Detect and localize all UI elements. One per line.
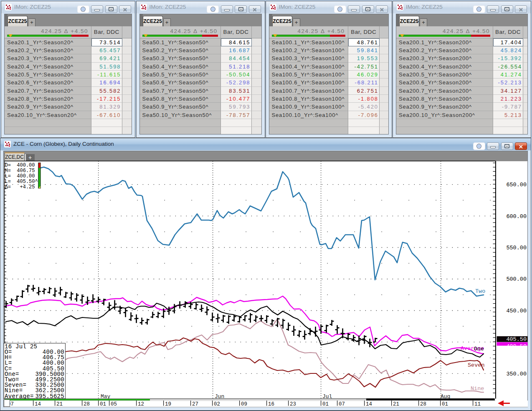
svg-text:01: 01 (100, 401, 106, 407)
svg-text:01: 01 (322, 401, 329, 407)
svg-text:Nine: Nine (471, 386, 484, 392)
svg-text:L= 405.50^: L= 405.50^ (5, 179, 38, 185)
svg-text:H= 406.75: H= 406.75 (5, 168, 35, 174)
svg-text:L= 400.00: L= 400.00 (5, 173, 35, 179)
svg-text:23: 23 (290, 401, 296, 407)
svg-text:500.00: 500.00 (506, 276, 527, 282)
svg-text:19: 19 (165, 401, 171, 407)
svg-text:O= 400.00: O= 400.00 (5, 162, 35, 168)
svg-text:Two: Two (475, 288, 485, 294)
svg-text:02: 02 (214, 401, 220, 407)
svg-text:21: 21 (56, 401, 63, 407)
svg-text:14: 14 (35, 401, 41, 407)
svg-text:405.50: 405.50 (506, 336, 527, 342)
svg-text:01: 01 (442, 401, 448, 407)
svg-text:400.50: 400.50 (506, 343, 527, 350)
svg-text:21: 21 (393, 401, 399, 407)
svg-text:16: 16 (268, 401, 274, 407)
svg-text:Seven: Seven (468, 362, 485, 368)
svg-text:450.00: 450.00 (506, 308, 527, 314)
svg-text:07: 07 (339, 401, 345, 407)
svg-text:28: 28 (420, 401, 426, 407)
svg-text:May: May (101, 393, 111, 400)
svg-text:Δ= +4.25: Δ= +4.25 (5, 184, 35, 190)
svg-text:05: 05 (111, 401, 117, 407)
svg-text:28: 28 (84, 401, 90, 407)
svg-text:Average=: Average= (5, 393, 34, 400)
svg-text:395.5625: 395.5625 (35, 393, 64, 400)
svg-text:11: 11 (474, 401, 481, 407)
svg-text:650.00: 650.00 (506, 182, 527, 188)
svg-text:09: 09 (241, 401, 247, 407)
svg-text:Jun: Jun (215, 393, 224, 400)
svg-text:600.00: 600.00 (506, 213, 527, 220)
svg-text:One: One (474, 346, 484, 352)
svg-text:350.00: 350.00 (506, 371, 527, 377)
svg-text:14: 14 (366, 401, 372, 407)
svg-text:550.00: 550.00 (506, 245, 527, 251)
svg-text:Jul: Jul (322, 393, 332, 400)
svg-text:27: 27 (192, 401, 198, 407)
svg-text:12: 12 (138, 401, 144, 407)
